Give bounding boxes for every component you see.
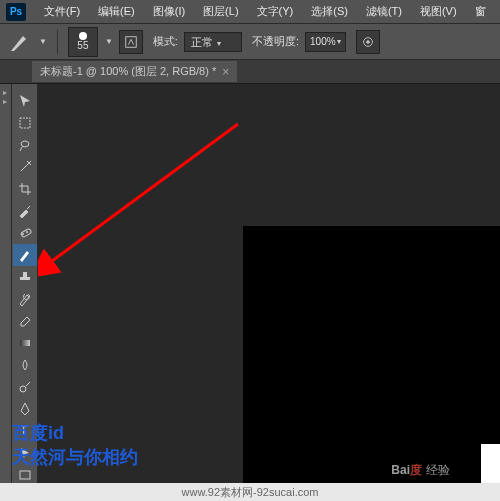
chevron-down-icon: ▾: [337, 37, 341, 46]
menu-view[interactable]: 视图(V): [412, 2, 465, 21]
menu-file[interactable]: 文件(F): [36, 2, 88, 21]
menu-window[interactable]: 窗: [467, 2, 494, 21]
blend-mode-value: 正常: [191, 36, 213, 48]
brush-tool[interactable]: [13, 244, 37, 266]
tool-gutter: ▸▸: [0, 84, 12, 501]
heal-tool[interactable]: [13, 222, 37, 244]
footer-watermark: www.92素材网-92sucai.com: [0, 483, 500, 501]
svg-point-5: [22, 233, 24, 235]
svg-rect-4: [20, 228, 31, 237]
svg-rect-3: [20, 118, 30, 128]
opacity-value: 100%: [310, 36, 336, 47]
document-tab[interactable]: 未标题-1 @ 100% (图层 2, RGB/8) * ×: [32, 61, 237, 82]
svg-rect-0: [126, 36, 137, 47]
svg-point-8: [20, 386, 26, 392]
workspace: ▸▸ T: [0, 84, 500, 501]
options-bar: ▼ 55 ▼ 模式: 正常 ▾ 不透明度: 100% ▾: [0, 24, 500, 60]
dodge-tool[interactable]: [13, 376, 37, 398]
stamp-tool[interactable]: [13, 266, 37, 288]
watermark-label: 经验: [426, 462, 450, 479]
svg-point-2: [366, 40, 370, 44]
wand-tool[interactable]: [13, 156, 37, 178]
watermark-text: 百度id: [12, 421, 64, 445]
canvas-content: [243, 226, 500, 501]
brush-dot-icon: [79, 32, 87, 40]
brush-size-preview[interactable]: 55: [68, 27, 98, 57]
divider: [57, 30, 58, 54]
canvas-area[interactable]: [38, 84, 500, 501]
gradient-tool[interactable]: [13, 332, 37, 354]
menu-edit[interactable]: 编辑(E): [90, 2, 143, 21]
menu-image[interactable]: 图像(I): [145, 2, 193, 21]
opacity-label: 不透明度:: [252, 34, 299, 49]
pressure-opacity-button[interactable]: [356, 30, 380, 54]
blend-mode-select[interactable]: 正常 ▾: [184, 32, 242, 52]
baidu-watermark: Bai度 经验: [391, 462, 450, 479]
menu-filter[interactable]: 滤镜(T): [358, 2, 410, 21]
crop-tool[interactable]: [13, 178, 37, 200]
history-brush-tool[interactable]: [13, 288, 37, 310]
menu-type[interactable]: 文字(Y): [249, 2, 302, 21]
opacity-input[interactable]: 100% ▾: [305, 32, 346, 52]
close-icon[interactable]: ×: [222, 65, 229, 79]
svg-point-6: [26, 231, 28, 233]
move-tool[interactable]: [13, 90, 37, 112]
brush-panel-button[interactable]: [119, 30, 143, 54]
document-tab-title: 未标题-1 @ 100% (图层 2, RGB/8) *: [40, 64, 216, 79]
svg-rect-7: [20, 340, 30, 346]
brush-dropdown[interactable]: ▼: [105, 37, 113, 46]
eyedropper-tool[interactable]: [13, 200, 37, 222]
menu-layer[interactable]: 图层(L): [195, 2, 246, 21]
brush-size-value: 55: [77, 40, 88, 51]
blur-tool[interactable]: [13, 354, 37, 376]
document-tabstrip: 未标题-1 @ 100% (图层 2, RGB/8) * ×: [0, 60, 500, 84]
tool-preset-dropdown[interactable]: ▼: [39, 37, 47, 46]
mode-label: 模式:: [153, 34, 178, 49]
watermark-text: 天然河与你相约: [12, 445, 138, 469]
menu-select[interactable]: 选择(S): [303, 2, 356, 21]
current-tool-icon: [8, 30, 32, 54]
pen-tool[interactable]: [13, 398, 37, 420]
menubar: Ps 文件(F) 编辑(E) 图像(I) 图层(L) 文字(Y) 选择(S) 滤…: [0, 0, 500, 24]
svg-rect-10: [20, 471, 30, 479]
eraser-tool[interactable]: [13, 310, 37, 332]
app-logo: Ps: [6, 3, 26, 21]
marquee-tool[interactable]: [13, 112, 37, 134]
expand-panels-icon[interactable]: ▸▸: [0, 84, 9, 106]
chevron-down-icon: ▾: [217, 39, 221, 48]
lasso-tool[interactable]: [13, 134, 37, 156]
